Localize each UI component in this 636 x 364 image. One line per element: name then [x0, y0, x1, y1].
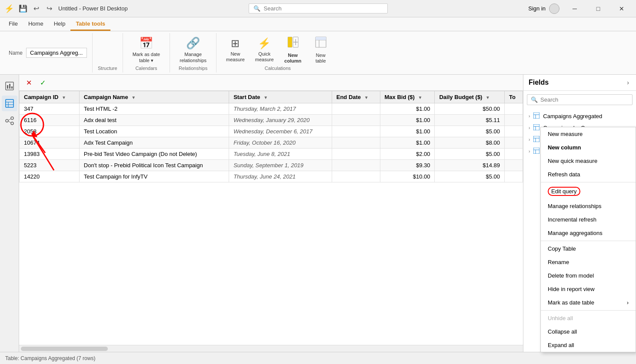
sidebar-model-icon[interactable]: [2, 113, 17, 129]
new-column-button[interactable]: Newcolumn: [280, 34, 306, 66]
context-menu-item-edit-query[interactable]: Edit query: [541, 183, 636, 199]
cell-total: [505, 115, 523, 126]
status-text: Table: Campaigns Aggregated (7 rows): [5, 355, 95, 361]
context-menu-item-manage-aggregations[interactable]: Manage aggregations: [541, 226, 636, 240]
table-row: 2058 Test Location Wednesday, December 6…: [20, 126, 523, 137]
confirm-edit-button[interactable]: ✓: [37, 76, 49, 89]
context-menu-item-refresh-data[interactable]: Refresh data: [541, 168, 636, 181]
col-header-campaign-name[interactable]: Campaign Name ▼: [79, 91, 229, 103]
context-menu-item-hide-in-report-view[interactable]: Hide in report view: [541, 282, 636, 296]
global-search-input[interactable]: [264, 5, 383, 12]
ribbon-relationships-items: 🔗 Managerelationships: [175, 33, 211, 66]
context-menu-item-new-measure[interactable]: New measure: [541, 127, 636, 141]
cell-max-bid: $10.00: [380, 171, 435, 182]
new-table-label: Newtable: [316, 53, 326, 64]
chevron-right-icon: ›: [529, 126, 530, 130]
context-menu-item-incremental-refresh[interactable]: Incremental refresh: [541, 213, 636, 226]
svg-rect-11: [11, 86, 13, 89]
col-header-total[interactable]: To: [505, 91, 523, 103]
menu-item-file[interactable]: File: [3, 18, 23, 31]
context-menu-label: Refresh data: [548, 171, 580, 178]
calendar-icon: 📅: [139, 36, 153, 50]
svg-rect-10: [9, 84, 10, 89]
redo-button[interactable]: ↪: [43, 3, 55, 14]
cell-id: 6116: [20, 115, 80, 126]
cell-max-bid: $1.00: [380, 115, 435, 126]
fields-item-campaigns-aggregated[interactable]: › Campaigns Aggregated: [523, 110, 636, 122]
cell-start: Thursday, March 2, 2017: [229, 103, 332, 115]
quick-measure-button[interactable]: ⚡ Quickmeasure: [251, 34, 278, 66]
svg-point-18: [11, 122, 13, 125]
sidebar-report-icon[interactable]: [2, 78, 17, 94]
cell-end: [332, 115, 380, 126]
sign-in-label: Sign in: [528, 5, 546, 12]
minimize-button[interactable]: ─: [565, 2, 585, 15]
context-menu-item-unhide-all: Unhide all: [541, 311, 636, 325]
new-measure-button[interactable]: ⊞ Newmeasure: [222, 34, 249, 66]
sign-in-button[interactable]: Sign in: [528, 3, 559, 14]
menu-item-help[interactable]: Help: [49, 18, 71, 31]
ribbon-calculations-items: ⊞ Newmeasure ⚡ Quickmeasure Newcolumn Ne…: [222, 33, 334, 66]
scrollbar-thumb[interactable]: [21, 347, 108, 351]
cell-start: Thursday, June 24, 2021: [229, 171, 332, 182]
col-header-start-date[interactable]: Start Date ▼: [229, 91, 332, 103]
global-search-box[interactable]: 🔍: [249, 3, 388, 13]
title-bar: ⚡ 💾 ↩ ↪ Untitled - Power BI Desktop 🔍 Si…: [0, 0, 636, 17]
maximize-button[interactable]: □: [588, 2, 608, 15]
table-row: 10674 Adx Test Campaign Friday, October …: [20, 137, 523, 149]
context-menu-item-new-quick-measure[interactable]: New quick measure: [541, 154, 636, 168]
context-menu-item-copy-table[interactable]: Copy Table: [541, 242, 636, 255]
sidebar-data-icon[interactable]: [2, 96, 17, 111]
mark-as-date-table-button[interactable]: 📅 Mark as datetable ▾: [128, 34, 165, 66]
manage-relationships-button[interactable]: 🔗 Managerelationships: [175, 34, 211, 66]
cell-id: 347: [20, 103, 80, 115]
horizontal-scrollbar[interactable]: [19, 345, 523, 352]
menu-item-table-tools[interactable]: Table tools: [70, 18, 110, 31]
cell-name: Adx Test Campaign: [79, 137, 229, 149]
cell-end: [332, 171, 380, 182]
table-scroll[interactable]: Campaign ID ▼ Campaign Name ▼ Start Date…: [19, 91, 523, 345]
fields-search-icon: 🔍: [531, 96, 538, 103]
fields-search-input[interactable]: [540, 96, 629, 103]
table-area: ✕ ✓ Campaign ID ▼ Campaig: [19, 75, 523, 352]
cell-total: [505, 160, 523, 171]
context-menu-item-collapse-all[interactable]: Collapse all: [541, 325, 636, 338]
menu-item-home[interactable]: Home: [23, 18, 49, 31]
fields-expand-button[interactable]: ›: [625, 78, 631, 87]
context-menu-item-rename[interactable]: Rename: [541, 255, 636, 269]
col-header-daily-budget[interactable]: Daily Budget ($) ▼: [435, 91, 505, 103]
cell-name: Test Location: [79, 126, 229, 137]
cell-start: Wednesday, January 29, 2020: [229, 115, 332, 126]
table-name-input[interactable]: [26, 48, 87, 58]
quick-measure-label: Quickmeasure: [255, 51, 274, 63]
table-body: 347 Test HTML -2 Thursday, March 2, 2017…: [20, 103, 523, 182]
new-table-button[interactable]: Newtable: [308, 34, 334, 66]
col-header-end-date[interactable]: End Date ▼: [332, 91, 380, 103]
ribbon-group-calendars: 📅 Mark as datetable ▾ Calendars: [123, 33, 170, 73]
relationships-icon: 🔗: [186, 36, 200, 50]
table-row: 13983 Pre-bid Test Video Campaign (Do no…: [20, 149, 523, 160]
cell-total: [505, 126, 523, 137]
col-header-campaign-id[interactable]: Campaign ID ▼: [20, 91, 80, 103]
new-measure-label: Newmeasure: [226, 51, 245, 63]
context-menu-item-new-column[interactable]: New column: [541, 141, 636, 154]
fields-search-box[interactable]: 🔍: [527, 94, 633, 105]
cell-daily-budget: $50.00: [435, 103, 505, 115]
col-header-max-bid[interactable]: Max Bid ($) ▼: [380, 91, 435, 103]
menu-bar: File Home Help Table tools: [0, 17, 636, 31]
save-button[interactable]: 💾: [17, 3, 29, 14]
context-menu-item-delete-from-model[interactable]: Delete from model: [541, 269, 636, 282]
fields-title: Fields: [529, 79, 549, 86]
undo-button[interactable]: ↩: [30, 3, 42, 14]
cell-id: 5223: [20, 160, 80, 171]
context-menu-item-expand-all[interactable]: Expand all: [541, 338, 636, 352]
main-area: ✕ ✓ Campaign ID ▼ Campaig: [0, 75, 636, 352]
close-button[interactable]: ✕: [612, 2, 632, 15]
svg-point-17: [11, 117, 13, 119]
close-edit-button[interactable]: ✕: [23, 76, 35, 89]
cell-max-bid: $1.00: [380, 137, 435, 149]
context-menu-item-manage-relationships[interactable]: Manage relationships: [541, 199, 636, 213]
fields-header: Fields ›: [523, 75, 636, 91]
context-menu-item-mark-as-date-table[interactable]: Mark as date table›: [541, 296, 636, 309]
cell-start: Sunday, September 1, 2019: [229, 160, 332, 171]
